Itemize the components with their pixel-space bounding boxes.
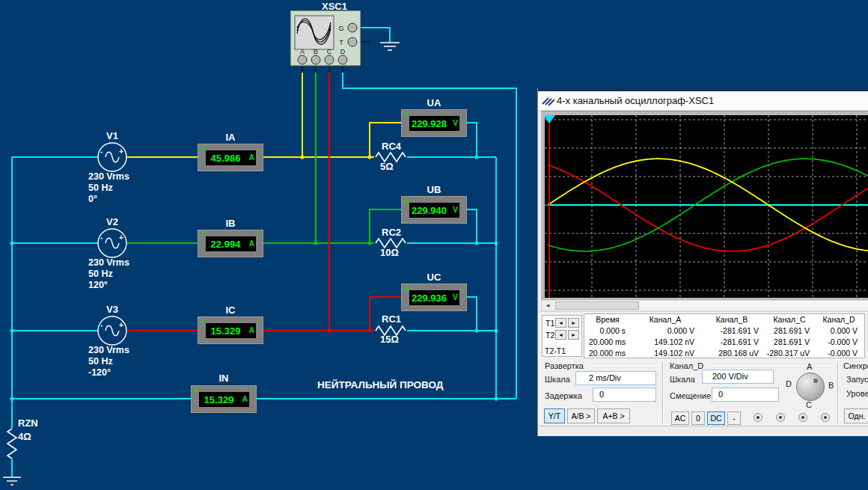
- channel-d-indicator[interactable]: [821, 413, 830, 422]
- channel-a-indicator[interactable]: [754, 413, 762, 422]
- plus-terminal: +: [194, 385, 198, 394]
- t2-left-button[interactable]: ◄: [555, 330, 566, 340]
- source-minus: -: [100, 233, 103, 242]
- voltmeter-ub[interactable]: + - 229.940V: [401, 196, 467, 224]
- cursor-readout-panel: T1 ◄ ► T2 ◄ ► T2-T1 Время Канал_A Канал_…: [538, 311, 868, 361]
- minus-terminal: -: [460, 196, 463, 205]
- readout-row-t1: 0.000 s 0.000 V -281.691 V 281.691 V 0.0…: [584, 325, 864, 337]
- resistor-rc1-value: 15Ω: [380, 334, 399, 345]
- plus-terminal: +: [404, 284, 409, 293]
- channel-d-offset-label: Смещение: [670, 391, 711, 400]
- group-separator: [837, 362, 839, 423]
- scope-terminal-g-label: G: [338, 25, 343, 32]
- scope-display-frame: [541, 111, 868, 300]
- minus-terminal: -: [257, 230, 260, 239]
- t2-right-button[interactable]: ►: [568, 330, 579, 340]
- source-minus: -: [100, 147, 103, 156]
- channel-d-scale-label: Шкала: [670, 375, 695, 384]
- readout-row-t2t1: 20.000 ms 149.102 nV 280.168 uV -280.317…: [584, 348, 864, 359]
- trigger-group-title: Синхро: [843, 361, 868, 370]
- ammeter-ia[interactable]: + - 45.986A: [198, 144, 263, 171]
- trigger-level-label: Урове: [846, 389, 868, 398]
- a-plus-b-mode-button[interactable]: A+B >: [597, 408, 630, 423]
- ammeter-ic[interactable]: + - 15.329A: [198, 316, 263, 344]
- scrollbar-left-arrow[interactable]: ◄: [542, 301, 554, 310]
- source-plus: +: [119, 233, 123, 242]
- window-titlebar[interactable]: 4-х канальный осциллограф-XSC1: [538, 91, 868, 111]
- minus-terminal: -: [250, 385, 253, 394]
- ammeter-ia-label: IA: [198, 132, 263, 143]
- readout-row-t2: 20.000 ms 149.102 nV -281.691 V 281.691 …: [584, 337, 864, 348]
- channel-select-knob[interactable]: [796, 373, 825, 401]
- channel-d-group-title: Канал_D: [670, 361, 703, 370]
- dc-coupling-button[interactable]: DC: [707, 411, 725, 425]
- yt-mode-button[interactable]: Y/T: [544, 408, 565, 423]
- scope-controls-panel: Развертка Шкала 2 ms/Div Задержка 0 Y/T …: [538, 361, 868, 426]
- multisim-workspace: A B C D G T + - + - + -: [0, 0, 868, 490]
- source-minus: -: [100, 321, 103, 329]
- source-v1-name: V1: [98, 130, 126, 141]
- t1-left-button[interactable]: ◄: [555, 318, 566, 328]
- source-v3-name: V3: [98, 304, 126, 315]
- ammeter-in-label: IN: [191, 373, 257, 384]
- timebase-scale-input[interactable]: 2 ms/Div: [575, 371, 656, 385]
- source-v1-specs: 230 Vrms50 Hz0°: [88, 171, 129, 205]
- minus-terminal: -: [460, 284, 463, 293]
- source-plus: +: [119, 147, 123, 156]
- voltmeter-ua[interactable]: + - 229.928V: [401, 109, 467, 137]
- minus-coupling-button[interactable]: -: [727, 411, 741, 425]
- timebase-delay-label: Задержка: [545, 391, 582, 400]
- channel-d-scale-input[interactable]: 200 V/Div: [702, 370, 774, 384]
- voltmeter-uc[interactable]: + - 229.936V: [401, 284, 467, 311]
- ac-coupling-button[interactable]: AC: [671, 411, 689, 425]
- resistor-rc2-name: RC2: [382, 227, 401, 238]
- channel-b-indicator[interactable]: [776, 413, 785, 422]
- t1-cursor-handle[interactable]: [545, 115, 555, 123]
- channel-d-offset-input[interactable]: 0: [712, 388, 779, 402]
- scrollbar-thumb[interactable]: [555, 301, 639, 310]
- channel-c-indicator[interactable]: [798, 413, 807, 422]
- ammeter-in[interactable]: + - 15.329A: [191, 385, 257, 413]
- group-separator: [662, 362, 664, 423]
- scope-terminal-c-label: C: [327, 48, 332, 55]
- single-trigger-button[interactable]: Одн.: [844, 408, 868, 423]
- source-v2-specs: 230 Vrms50 Hz120°: [88, 257, 129, 291]
- ammeter-ib-label: IB: [198, 218, 263, 229]
- plus-terminal: +: [404, 109, 409, 118]
- ab-mode-button[interactable]: A/B >: [567, 408, 595, 423]
- cursor-t2t1-label: T2-T1: [545, 346, 566, 355]
- ammeter-ib[interactable]: + - 22.994A: [198, 230, 263, 257]
- waveform-plot: [545, 115, 868, 298]
- scope-horizontal-scrollbar[interactable]: ◄: [541, 300, 868, 311]
- resistor-rc1-name: RC1: [382, 313, 401, 325]
- oscilloscope-icon[interactable]: A B C D G T: [290, 10, 361, 66]
- scope-screen[interactable]: [545, 115, 868, 298]
- meter-display: 229.928V: [409, 116, 459, 131]
- ground-symbol: [3, 43, 400, 485]
- plus-terminal: +: [201, 316, 205, 325]
- source-v3-specs: 230 Vrms50 Hz-120°: [88, 345, 129, 379]
- resistor-rc2-value: 10Ω: [380, 247, 399, 258]
- meter-display: 45.986A: [206, 150, 256, 165]
- resistor-rc4-name: RC4: [382, 141, 401, 152]
- resistor-rzn-value: 4Ω: [18, 431, 31, 442]
- t1-right-button[interactable]: ►: [568, 318, 579, 328]
- timebase-delay-input[interactable]: 0: [593, 388, 656, 402]
- minus-terminal: -: [257, 316, 260, 325]
- scope-icon-label: XSC1: [312, 1, 357, 12]
- scope-terminal-d-label: D: [340, 48, 346, 55]
- readout-table: Время Канал_A Канал_B Канал_C Канал_D 0.…: [584, 313, 865, 358]
- knob-label-c: C: [806, 400, 812, 409]
- zero-coupling-button[interactable]: 0: [691, 411, 705, 425]
- knob-label-d: D: [786, 379, 792, 388]
- oscilloscope-window[interactable]: 4-х канальный осциллограф-XSC1 ◄ T1 ◄ ► …: [537, 88, 868, 436]
- voltmeter-uc-label: UC: [401, 272, 467, 283]
- readout-header-row: Время Канал_A Канал_B Канал_C Канал_D: [584, 314, 864, 325]
- scope-terminal-t-label: T: [339, 39, 343, 46]
- timebase-scale-label: Шкала: [545, 375, 570, 384]
- resistor-rc4-value: 5Ω: [380, 161, 394, 172]
- window-title: 4-х канальный осциллограф-XSC1: [557, 91, 714, 111]
- source-plus: +: [119, 321, 123, 329]
- window-bottom-strip: [538, 426, 868, 436]
- ammeter-ic-label: IC: [198, 304, 263, 316]
